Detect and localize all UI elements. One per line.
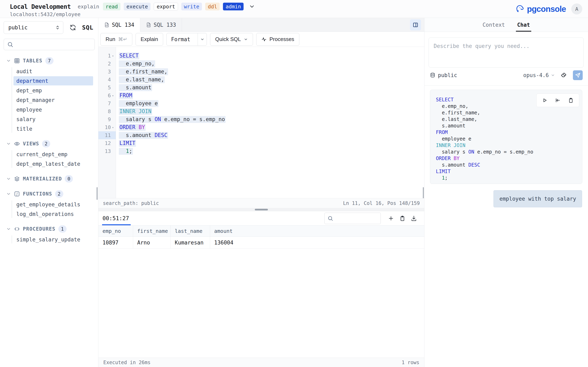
sidebar-search-input[interactable] [4,39,95,50]
refresh-icon[interactable] [69,24,76,31]
section-items: simple_salary_update [0,235,98,244]
permission-badge-explain: explain [77,3,100,10]
cell-amount[interactable]: 136004 [210,237,242,248]
activity-pulse-icon [261,37,267,42]
tab-sql-133[interactable]: SQL 133 [140,18,182,32]
gutter-line-3[interactable]: 3 [98,68,116,76]
results-search-input[interactable] [324,213,381,224]
clear-chat-eraser-icon[interactable] [561,72,567,78]
send-message-button[interactable] [573,70,583,80]
gutter-line-6[interactable]: 6▾ [98,92,116,100]
tree-item-dept_emp_latest_date[interactable]: dept_emp_latest_date [0,159,98,169]
explain-button[interactable]: Explain [136,33,163,46]
cell-first_name[interactable]: Arno [133,237,171,248]
assistant-tab-context[interactable]: Context [483,18,505,32]
gutter-line-4[interactable]: 4 [98,76,116,83]
tree-item-log_dml_operations[interactable]: log_dml_operations [0,209,98,219]
tree-item-dept_manager[interactable]: dept_manager [0,95,98,105]
tree-item-current_dept_emp[interactable]: current_dept_emp [0,150,98,159]
assistant-tabbar: ContextChat [424,18,588,32]
user-avatar[interactable]: A [571,3,582,15]
chevron-down-icon[interactable] [6,192,11,196]
database-icon [430,72,435,78]
insert-to-editor-icon[interactable] [555,98,561,103]
copy-snippet-clipboard-icon[interactable] [568,98,574,103]
tree-section-header-functions[interactable]: fFUNCTIONS2 [0,189,98,199]
chat-schema-chip[interactable]: public [430,72,457,78]
assistant-panel: ContextChat Describe the query you need.… [424,18,588,367]
panel-resize-handle[interactable] [98,208,424,211]
chat-sql-block: SELECT e.emp_no, e.first_name, e.last_na… [430,90,582,184]
chevron-down-icon[interactable] [6,226,11,231]
download-results-icon[interactable] [411,215,417,221]
sql-editor[interactable]: 1▾23456▾78910▾111213 SELECT e.emp_no, e.… [98,47,424,198]
cell-emp_no[interactable]: 10897 [98,237,133,248]
permission-badge-execute: execute [124,3,150,10]
sidebar: public SQL TABLES7 [0,18,98,367]
row-count: 1 rows [402,360,419,365]
gutter-line-1[interactable]: 1▾ [98,52,116,60]
result-timer-tab[interactable]: 00:51:27 [103,211,129,225]
editor-statusbar: search_path: public Ln 11, Col 16, Pos 1… [98,198,424,208]
column-header-emp_no[interactable]: emp_no [98,225,133,236]
quick-sql-label: Quick SQL [215,36,241,42]
permission-badge-read: read [103,3,121,10]
gutter-line-11[interactable]: 11 [98,131,116,139]
chat-code-line-9: salary s ON e.emp_no = s.emp_no [436,149,582,155]
sql-mode-label[interactable]: SQL [82,24,93,31]
gutter-line-9[interactable]: 9 [98,115,116,123]
editor-code[interactable]: SELECT e.emp_no, e.first_name, e.last_na… [116,47,424,198]
tree-section-header-materialized[interactable]: MATERIALIZED0 [0,174,98,184]
run-snippet-play-icon[interactable] [542,98,548,103]
resize-grip[interactable] [255,209,268,210]
copy-results-icon[interactable] [399,215,406,221]
tab-sql-134[interactable]: SQL 134 [98,18,140,32]
section-count-badge: 2 [42,140,50,147]
add-tab-icon[interactable] [388,215,394,221]
tree-item-dept_emp[interactable]: dept_emp [0,86,98,95]
results-toolbar: 00:51:27 [98,211,424,225]
run-button[interactable]: Run ⌘↵ [100,33,132,46]
svg-text:f: f [17,192,18,196]
chevron-down-icon[interactable] [6,58,11,63]
editor-scrollbar-thumb[interactable] [423,187,424,200]
tree-section-header-tables[interactable]: TABLES7 [0,56,98,66]
format-button[interactable]: Format [166,33,207,46]
gutter-line-10[interactable]: 10▾ [98,123,116,131]
chevron-down-icon[interactable] [6,141,11,146]
gutter-line-13[interactable]: 13 [98,147,116,155]
processes-button[interactable]: Processes [256,33,299,46]
tree-section-header-views[interactable]: VIEWS2 [0,139,98,149]
quick-sql-button[interactable]: Quick SQL [210,33,253,46]
connection-chevron-down-icon[interactable] [249,3,255,9]
gutter-line-7[interactable]: 7 [98,100,116,108]
model-select[interactable]: opus-4.6 [523,72,555,78]
tree-item-department[interactable]: department [0,76,98,86]
assistant-tab-chat[interactable]: Chat [517,18,530,32]
section-count-badge: 7 [45,57,53,64]
code-line-10: ORDER BY [119,123,424,131]
schema-select[interactable]: public [4,21,63,34]
sidebar-scrollbar-thumb[interactable] [96,187,98,200]
tree-item-title[interactable]: title [0,124,98,133]
format-chevron-down-icon[interactable] [198,33,207,45]
gutter-line-12[interactable]: 12 [98,139,116,147]
gutter-line-8[interactable]: 8 [98,108,116,115]
cell-last_name[interactable]: Kumaresan [171,237,210,248]
tree-item-audit[interactable]: audit [0,67,98,76]
chevron-down-icon[interactable] [6,176,11,181]
tree-section-header-procedures[interactable]: PROCEDURES1 [0,224,98,234]
chat-schema-label: public [438,72,457,78]
gutter-line-5[interactable]: 5 [98,83,116,92]
code-line-11: s.amount DESC [119,131,424,139]
tree-item-get_employee_details[interactable]: get_employee_details [0,200,98,209]
split-view-button[interactable] [410,19,421,30]
column-header-first_name[interactable]: first_name [133,225,171,236]
tree-item-employee[interactable]: employee [0,105,98,114]
column-header-last_name[interactable]: last_name [171,225,210,236]
column-header-amount[interactable]: amount [210,225,242,236]
gutter-line-2[interactable]: 2 [98,60,116,68]
tree-item-salary[interactable]: salary [0,114,98,124]
tree-item-simple_salary_update[interactable]: simple_salary_update [0,235,98,244]
chat-input[interactable]: Describe the query you need... [429,38,584,67]
